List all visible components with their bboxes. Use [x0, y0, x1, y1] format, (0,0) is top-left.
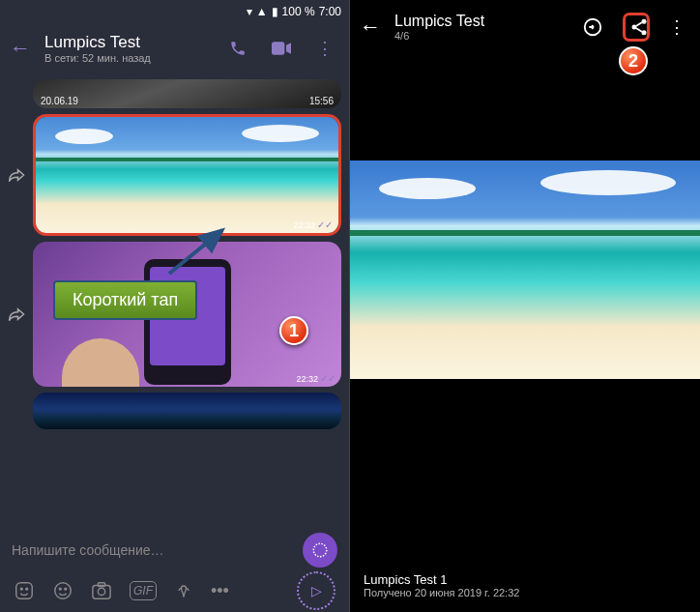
svg-point-6: [59, 588, 61, 590]
svg-point-13: [632, 25, 637, 30]
back-icon[interactable]: ←: [10, 36, 31, 61]
date-chip-time: 15:56: [309, 96, 334, 106]
step-badge-2: 2: [619, 46, 648, 75]
svg-point-12: [642, 19, 647, 24]
viewer-image[interactable]: [350, 160, 700, 379]
viewer-footer-sub: Получено 20 июня 2019 г. 22:32: [364, 587, 519, 598]
viewer-title-block: Lumpics Test 4/6: [394, 13, 569, 42]
chat-title-block[interactable]: Lumpics Test В сети: 52 мин. назад: [44, 33, 210, 64]
svg-rect-10: [98, 583, 104, 587]
viewer-header: ← Lumpics Test 4/6 ⋮: [350, 0, 700, 54]
msg-time: 22:32: [293, 220, 315, 230]
video-call-icon[interactable]: [266, 42, 297, 55]
send-button[interactable]: [303, 533, 337, 568]
date-chip: 20.06.19: [41, 96, 78, 106]
viewer-title: Lumpics Test: [394, 13, 569, 30]
svg-rect-0: [272, 42, 284, 54]
msg-time: 22:32: [296, 374, 318, 384]
svg-point-9: [98, 588, 104, 595]
read-ticks-icon: ✓✓: [317, 219, 333, 230]
svg-point-4: [26, 588, 28, 590]
forward-icon[interactable]: [8, 307, 27, 321]
viewer-footer: Lumpics Test 1 Получено 20 июня 2019 г. …: [364, 572, 519, 598]
svg-point-14: [642, 30, 647, 35]
svg-rect-2: [16, 583, 33, 599]
camera-icon[interactable]: [91, 581, 112, 600]
emoji-icon[interactable]: [52, 580, 73, 601]
overflow-icon[interactable]: ⋮: [310, 38, 339, 59]
sticker-icon[interactable]: [14, 580, 35, 601]
chat-header: ← Lumpics Test В сети: 52 мин. назад ⋮: [0, 23, 349, 73]
wifi-icon: ▲: [256, 5, 268, 18]
message-row: 22:32 ✓✓: [8, 114, 341, 236]
expand-icon[interactable]: [582, 16, 609, 38]
clock: 7:00: [319, 5, 341, 18]
doodle-icon[interactable]: [174, 581, 193, 600]
gif-icon[interactable]: GIF: [130, 581, 157, 600]
annotation-label: Короткий тап: [53, 280, 197, 320]
status-bar: ▾ ▲ ▮ 100 % 7:00: [0, 0, 349, 23]
message-row: 20.06.19 15:56: [8, 79, 341, 108]
svg-point-7: [65, 588, 67, 590]
step-badge-1: 1: [279, 316, 308, 345]
read-ticks-icon: ✓✓: [320, 373, 335, 384]
svg-point-1: [313, 543, 327, 557]
chat-subtitle: В сети: 52 мин. назад: [44, 52, 210, 64]
signal-icon: ▾: [247, 5, 252, 18]
viewer-footer-title: Lumpics Test 1: [364, 572, 519, 587]
voice-message-button[interactable]: ▷: [297, 571, 335, 610]
call-icon[interactable]: [223, 40, 252, 57]
overflow-icon[interactable]: ⋮: [663, 16, 690, 38]
share-icon[interactable]: [623, 13, 650, 42]
image-message-beach[interactable]: 22:32 ✓✓: [33, 114, 341, 236]
svg-point-3: [20, 588, 22, 590]
forward-icon[interactable]: [8, 168, 27, 182]
chat-screen: ▾ ▲ ▮ 100 % 7:00 ← Lumpics Test В сети: …: [0, 0, 350, 612]
annotation-arrow: [164, 220, 242, 278]
more-icon[interactable]: •••: [211, 581, 229, 601]
image-message[interactable]: 20.06.19 15:56: [33, 79, 341, 108]
viewer-counter: 4/6: [394, 30, 569, 42]
message-input-row: Напишите сообщение…: [0, 531, 349, 569]
image-viewer-screen: ← Lumpics Test 4/6 ⋮ 2 Lumpics Test 1 По…: [350, 0, 700, 612]
message-input[interactable]: Напишите сообщение…: [12, 542, 295, 558]
battery-percent: 100 %: [282, 5, 315, 18]
svg-point-5: [55, 583, 72, 599]
battery-icon: ▮: [272, 5, 278, 18]
back-icon[interactable]: ←: [360, 15, 381, 40]
message-row: [8, 393, 341, 429]
chat-title: Lumpics Test: [44, 33, 210, 52]
image-message-night[interactable]: [33, 393, 341, 429]
attachment-row: GIF ••• ▷: [0, 569, 349, 612]
